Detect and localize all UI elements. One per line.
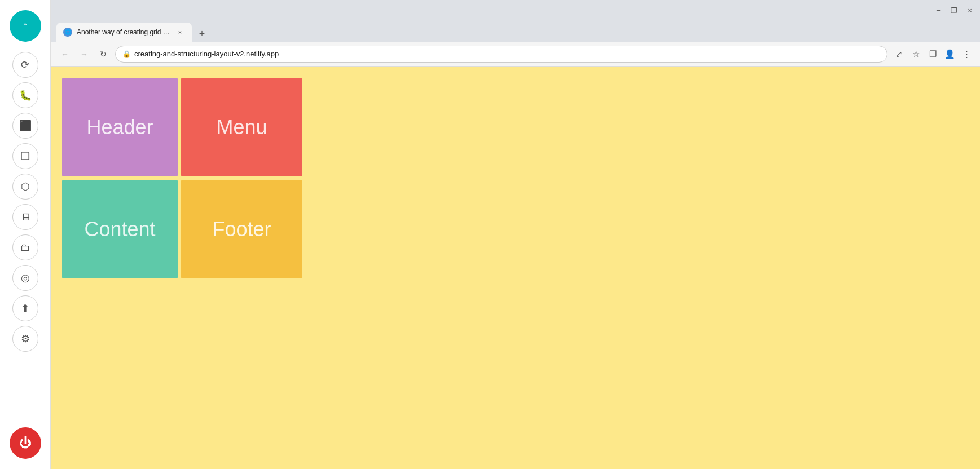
- tab-favicon: 🌐: [63, 28, 72, 37]
- titlebar-controls: − ❐ ×: [934, 6, 974, 15]
- sidebar-item-copy[interactable]: ❏: [12, 143, 38, 169]
- forward-button[interactable]: →: [77, 47, 91, 61]
- sidebar-item-cube[interactable]: ⬡: [12, 174, 38, 200]
- sidebar: ↑ ⟳ 🐛 ⬛ ❏ ⬡ 🖥 🗀 ◎ ⬆ ⚙ ⏻: [0, 0, 51, 469]
- browser-titlebar: − ❐ ×: [51, 0, 980, 20]
- header-label: Header: [86, 116, 153, 139]
- titlebar-close-button[interactable]: ×: [965, 6, 974, 15]
- grid-footer-cell: Footer: [181, 180, 302, 278]
- tab-bar: 🌐 Another way of creating grid lay… × +: [51, 20, 980, 42]
- bug-icon: 🐛: [19, 89, 32, 101]
- browser-chrome: − ❐ × 🌐 Another way of creating grid lay…: [51, 0, 980, 469]
- web-content-area: Header Menu Content Footer: [51, 67, 980, 469]
- up-arrow-icon: ↑: [22, 19, 28, 33]
- grid-header-cell: Header: [62, 78, 178, 176]
- sync-icon: ⟳: [21, 59, 29, 71]
- cube-icon: ⬡: [21, 180, 30, 193]
- sidebar-item-settings[interactable]: ⚙: [12, 326, 38, 352]
- content-label: Content: [84, 218, 155, 241]
- grid-content-cell: Content: [62, 180, 178, 278]
- folder-icon: 🗀: [20, 242, 30, 254]
- monitor-icon: 🖥: [20, 211, 30, 223]
- browser-tab[interactable]: 🌐 Another way of creating grid lay… ×: [56, 23, 192, 42]
- footer-label: Footer: [212, 218, 271, 241]
- favicon-icon: 🌐: [65, 29, 71, 35]
- new-tab-button[interactable]: +: [194, 26, 210, 42]
- split-screen-icon[interactable]: ❐: [926, 47, 939, 61]
- titlebar-minimize-button[interactable]: −: [934, 6, 943, 15]
- menu-label: Menu: [216, 116, 267, 139]
- url-bar[interactable]: 🔒 creating-and-structuring-layout-v2.net…: [115, 46, 887, 63]
- tab-label: Another way of creating grid lay…: [77, 28, 170, 36]
- sidebar-power-button[interactable]: ⏻: [10, 427, 41, 459]
- profile-icon[interactable]: 👤: [943, 47, 956, 61]
- bookmark-icon[interactable]: ☆: [909, 47, 922, 61]
- copy-icon: ❏: [21, 150, 30, 162]
- address-bar: ← → ↻ 🔒 creating-and-structuring-layout-…: [51, 42, 980, 67]
- settings-icon: ⚙: [21, 333, 30, 345]
- video-icon: ⬛: [19, 120, 32, 132]
- sidebar-item-bug[interactable]: 🐛: [12, 82, 38, 108]
- sidebar-item-sync[interactable]: ⟳: [12, 52, 38, 78]
- power-icon: ⏻: [19, 436, 32, 450]
- url-text: creating-and-structuring-layout-v2.netli…: [134, 50, 279, 58]
- back-button[interactable]: ←: [58, 47, 72, 61]
- location-icon: ◎: [21, 272, 30, 284]
- sidebar-item-location[interactable]: ◎: [12, 265, 38, 291]
- refresh-button[interactable]: ↻: [96, 47, 111, 61]
- sidebar-item-monitor[interactable]: 🖥: [12, 204, 38, 230]
- address-bar-actions: ⤤ ☆ ❐ 👤 ⋮: [892, 47, 973, 61]
- css-grid-demo: Header Menu Content Footer: [62, 78, 969, 278]
- tab-close-button[interactable]: ×: [175, 27, 185, 37]
- titlebar-maximize-button[interactable]: ❐: [950, 6, 959, 15]
- upload-icon: ⬆: [21, 302, 29, 315]
- cast-icon[interactable]: ⤤: [892, 47, 906, 61]
- sidebar-item-video[interactable]: ⬛: [12, 113, 38, 139]
- grid-menu-cell: Menu: [181, 78, 302, 176]
- menu-icon[interactable]: ⋮: [960, 47, 973, 61]
- sidebar-top-button[interactable]: ↑: [10, 10, 41, 42]
- sidebar-item-upload[interactable]: ⬆: [12, 295, 38, 321]
- lock-icon: 🔒: [122, 50, 131, 58]
- sidebar-item-folder[interactable]: 🗀: [12, 235, 38, 260]
